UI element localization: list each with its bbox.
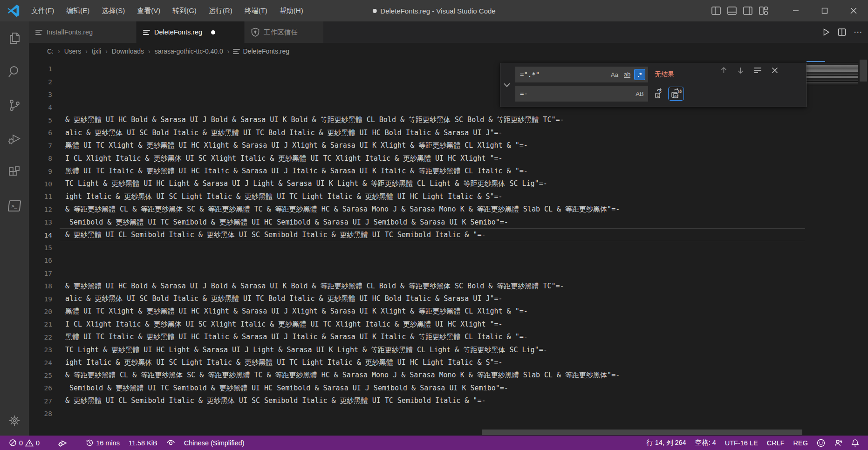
menu-item[interactable]: 查看(V) [131, 4, 166, 18]
code-line[interactable]: 16 [29, 254, 806, 267]
code-line[interactable]: 9黑體 UI TC Italic & 更紗黑體 UI HC Italic & S… [29, 165, 806, 178]
line-number[interactable]: 28 [29, 410, 52, 417]
previous-match-icon[interactable] [720, 67, 727, 74]
code-line[interactable]: 13 Semibold & 更紗黑體 UI TC Semibold & 更紗黑體… [29, 216, 806, 229]
menu-item[interactable]: 帮助(H) [273, 4, 309, 18]
line-text[interactable]: ight Italic & 更纱黑体 UI SC Light Italic & … [52, 192, 503, 201]
line-number[interactable]: 15 [29, 244, 52, 252]
line-number[interactable]: 18 [29, 282, 52, 290]
toggle-primary-sidebar-icon[interactable] [711, 7, 721, 15]
line-text[interactable]: alic & 更纱黑体 UI SC Bold Italic & 更紗黑體 UI … [52, 129, 503, 137]
line-number[interactable]: 16 [29, 257, 52, 264]
code-line[interactable]: 20黑體 UI TC Xlight & 更紗黑體 UI HC Xlight & … [29, 305, 806, 318]
editor-pane[interactable]: 12345& 更紗黑體 UI HC Bold & Sarasa UI J Bol… [29, 60, 868, 436]
explorer-icon[interactable] [0, 21, 29, 55]
notifications-bell-icon[interactable] [849, 436, 861, 450]
line-number[interactable]: 4 [29, 104, 52, 111]
settings-gear-icon[interactable] [0, 406, 29, 436]
breadcrumb-item[interactable]: tjxli [91, 48, 102, 55]
line-number[interactable]: 2 [29, 78, 52, 86]
line-number[interactable]: 12 [29, 206, 52, 213]
breadcrumb-item[interactable]: C: [46, 48, 55, 55]
line-text[interactable]: 黑體 UI TC Italic & 更紗黑體 UI HC Italic & Sa… [52, 167, 528, 176]
toggle-replace-chevron-icon[interactable] [502, 80, 512, 90]
line-text[interactable]: & 更紗黑體 UI HC Bold & Sarasa UI J Bold & S… [52, 282, 564, 291]
menu-item[interactable]: 编辑(E) [60, 4, 96, 18]
line-text[interactable]: 黑體 UI TC Italic & 更紗黑體 UI HC Italic & Sa… [52, 333, 528, 341]
eol-status[interactable]: CRLF [765, 436, 787, 450]
line-number[interactable]: 8 [29, 155, 52, 162]
replace-all-icon[interactable]: abac [668, 87, 684, 101]
line-number[interactable]: 1 [29, 65, 52, 73]
line-number[interactable]: 6 [29, 129, 52, 136]
line-text[interactable]: 黑體 UI TC Xlight & 更紗黑體 UI HC Xlight & Sa… [52, 307, 528, 316]
preserve-case-icon[interactable]: AB [634, 88, 645, 99]
maximize-button[interactable] [810, 0, 839, 21]
remote-terminal-icon[interactable]: >_ [0, 189, 29, 223]
indentation-status[interactable]: 空格: 4 [693, 436, 718, 450]
debug-status-icon[interactable] [56, 436, 69, 450]
line-number[interactable]: 27 [29, 397, 52, 405]
line-text[interactable]: I CL Xlight Italic & 更纱黑体 UI SC Xlight I… [52, 320, 503, 329]
code-line[interactable]: 19alic & 更纱黑体 UI SC Bold Italic & 更紗黑體 U… [29, 293, 806, 306]
line-number[interactable]: 3 [29, 91, 52, 98]
run-debug-icon[interactable] [0, 122, 29, 156]
tab-workspace-trust[interactable]: 工作区信任 [245, 21, 324, 43]
code-line[interactable]: 15 [29, 241, 806, 254]
close-button[interactable] [839, 0, 868, 21]
line-number[interactable]: 21 [29, 320, 52, 328]
screen-reader-status[interactable] [164, 436, 178, 450]
code-line[interactable]: 5& 更紗黑體 UI HC Bold & Sarasa UI J Bold & … [29, 114, 806, 127]
encoding-status[interactable]: UTF-16 LE [723, 436, 760, 450]
language-mode-status[interactable]: REG [791, 436, 810, 450]
breadcrumb-item[interactable]: Downloads [111, 48, 145, 55]
code-line[interactable]: 24ight Italic & 更纱黑体 UI SC Light Italic … [29, 356, 806, 369]
code-line[interactable]: 23TC Light & 更紗黑體 UI HC Light & Sarasa U… [29, 343, 806, 356]
line-number[interactable]: 5 [29, 116, 52, 124]
code-line[interactable]: 22黑體 UI TC Italic & 更紗黑體 UI HC Italic & … [29, 331, 806, 344]
language-status[interactable]: Chinese (Simplified) [182, 436, 247, 450]
line-number[interactable]: 26 [29, 384, 52, 392]
code-line[interactable]: 8I CL Xlight Italic & 更纱黑体 UI SC Xlight … [29, 152, 806, 165]
vertical-scrollbar[interactable] [860, 60, 867, 82]
line-text[interactable]: ight Italic & 更纱黑体 UI SC Light Italic & … [52, 358, 503, 367]
minimap[interactable] [806, 60, 859, 436]
breadcrumb-file[interactable]: DeleteFonts.reg [233, 48, 290, 55]
customize-layout-icon[interactable] [759, 7, 768, 15]
line-text[interactable]: & 等距更紗黑體 CL & 等距更纱黑体 SC & 等距更紗黑體 TC & 等距… [52, 205, 620, 214]
file-size-status[interactable]: 11.58 KiB [126, 436, 160, 450]
line-text[interactable]: & 更紗黑體 UI CL Semibold Italic & 更纱黑体 UI S… [52, 231, 485, 239]
code-line[interactable]: 18& 更紗黑體 UI HC Bold & Sarasa UI J Bold &… [29, 280, 806, 293]
close-find-icon[interactable] [772, 67, 778, 74]
menu-item[interactable]: 文件(F) [25, 4, 60, 18]
line-number[interactable]: 19 [29, 295, 52, 303]
line-text[interactable]: TC Light & 更紗黑體 UI HC Light & Sarasa UI … [52, 179, 547, 188]
problems-indicator[interactable]: 0 0 [7, 436, 42, 450]
code-line[interactable]: 6alic & 更纱黑体 UI SC Bold Italic & 更紗黑體 UI… [29, 126, 806, 139]
code-line[interactable]: 10TC Light & 更紗黑體 UI HC Light & Sarasa U… [29, 177, 806, 191]
line-number[interactable]: 14 [29, 232, 52, 239]
line-number[interactable]: 25 [29, 372, 52, 379]
line-text[interactable]: Semibold & 更紗黑體 UI TC Semibold & 更紗黑體 UI… [52, 218, 508, 227]
line-number[interactable]: 24 [29, 359, 52, 367]
timer-status[interactable]: 16 mins [83, 436, 122, 450]
line-number[interactable]: 17 [29, 270, 52, 277]
replace-input[interactable]: =- AB [515, 86, 648, 102]
find-input[interactable]: =".*" Aa ab .* [515, 67, 648, 82]
match-case-icon[interactable]: Aa [609, 69, 620, 80]
whole-word-icon[interactable]: ab [622, 69, 633, 80]
line-text[interactable]: I CL Xlight Italic & 更纱黑体 UI SC Xlight I… [52, 154, 503, 163]
line-number[interactable]: 11 [29, 193, 52, 200]
code-line[interactable]: 11ight Italic & 更纱黑体 UI SC Light Italic … [29, 190, 806, 203]
line-number[interactable]: 23 [29, 346, 52, 354]
line-number[interactable]: 7 [29, 142, 52, 150]
code-line[interactable]: 27& 更紗黑體 UI CL Semibold Italic & 更纱黑体 UI… [29, 395, 806, 408]
line-text[interactable]: Semibold & 更紗黑體 UI TC Semibold & 更紗黑體 UI… [52, 384, 508, 393]
line-number[interactable]: 10 [29, 180, 52, 188]
code-line[interactable]: 7黑體 UI TC Xlight & 更紗黑體 UI HC Xlight & S… [29, 139, 806, 152]
toggle-secondary-sidebar-icon[interactable] [743, 7, 752, 15]
code-line[interactable]: 25& 等距更紗黑體 CL & 等距更纱黑体 SC & 等距更紗黑體 TC & … [29, 369, 806, 382]
code-line[interactable]: 28 [29, 407, 806, 420]
horizontal-scrollbar[interactable] [482, 430, 802, 435]
line-number[interactable]: 22 [29, 334, 52, 341]
